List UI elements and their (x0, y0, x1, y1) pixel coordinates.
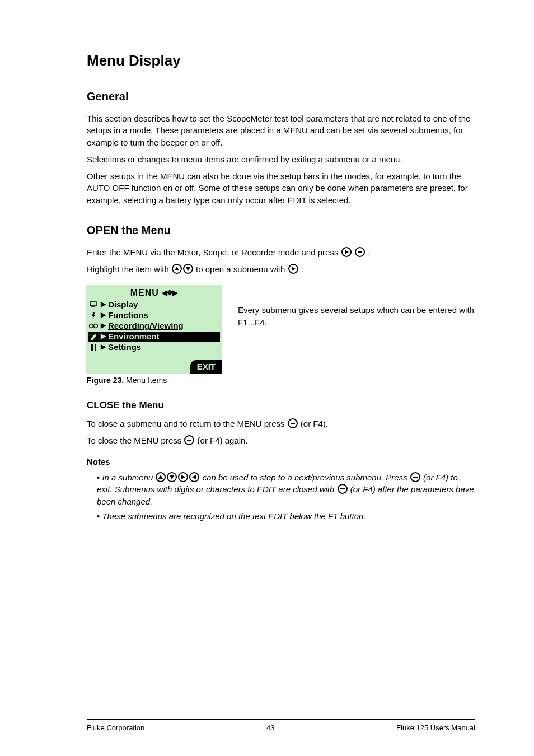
footer-left: Fluke Corporation (87, 723, 144, 734)
open-p1-b: . (368, 248, 370, 257)
exit-button[interactable]: EXIT (190, 360, 222, 374)
footer-right: Fluke 125 Users Manual (396, 723, 475, 734)
note-1: In a submenu can be used to step to a ne… (97, 472, 475, 508)
close-p2-a: To close the MENU press (87, 436, 184, 445)
close-p1-b: (or F4). (301, 419, 328, 428)
enter-icon (410, 472, 420, 482)
right-icon (288, 264, 298, 274)
menu-lead-c: : (301, 264, 303, 274)
page-footer: Fluke Corporation 43 Fluke 125 Users Man… (87, 719, 475, 734)
general-p1: This section describes how to set the Sc… (87, 113, 475, 149)
open-menu-lead: Highlight the item with to open a submen… (87, 263, 475, 276)
svg-marker-7 (92, 312, 96, 319)
lcd-list: ▶ Display ▶ Functions ▶ Recording/Viewin… (86, 300, 222, 353)
enter-icon (288, 418, 298, 428)
lcd-title-text: MENU (130, 288, 159, 297)
svg-marker-17 (170, 475, 174, 479)
figure-caption-text: Menu Items (124, 376, 167, 385)
display-icon (89, 301, 99, 308)
svg-rect-1 (358, 251, 362, 253)
svg-marker-4 (292, 267, 296, 271)
svg-marker-16 (158, 475, 163, 479)
triangle-icon: ▶ (101, 321, 106, 330)
svg-rect-14 (291, 423, 295, 424)
triangle-icon: ▶ (101, 300, 106, 309)
right-icon (178, 472, 188, 482)
notes-title: Notes (87, 456, 475, 468)
note-2-a-inline: Submenus with digits or characters to ED… (115, 484, 337, 494)
note-2: These submenus are recognized on the tex… (97, 510, 475, 522)
enter-icon (355, 247, 365, 257)
svg-rect-15 (187, 440, 191, 441)
svg-marker-18 (181, 475, 185, 479)
svg-rect-13 (91, 344, 93, 346)
svg-point-8 (90, 324, 93, 328)
close-p1: To close a submenu and to return to the … (87, 418, 475, 430)
svg-rect-21 (340, 488, 345, 489)
menu-item-functions[interactable]: ▶ Functions (88, 310, 220, 321)
svg-point-9 (94, 324, 98, 328)
menu-lead-a: Highlight the item with (87, 264, 171, 274)
note-2-c: These submenus are recognized on the tex… (102, 511, 366, 521)
general-p3: Other setups in the MENU can also be don… (87, 170, 475, 207)
up-icon (156, 472, 166, 482)
right-icon (341, 247, 352, 257)
open-p1: Enter the MENU via the Meter, Scope, or … (87, 246, 475, 259)
lcd-screen: MENU ◀✥▶ ▶ Display ▶ Functions (86, 285, 222, 374)
close-p2-b: (or F4) again. (198, 436, 248, 445)
svg-rect-5 (90, 302, 96, 306)
footer-center: 43 (266, 723, 274, 734)
section-close-title: CLOSE the Menu (87, 399, 475, 413)
enter-icon (184, 435, 194, 445)
close-p1-a: To close a submenu and to return to the … (87, 419, 287, 428)
tape-icon (89, 323, 99, 329)
menu-item-environment[interactable]: ▶ Environment (88, 332, 220, 342)
enter-icon (338, 484, 348, 494)
lcd-title-arrows: ◀✥▶ (162, 288, 177, 297)
tools-icon (89, 344, 99, 351)
menu-item-label: Settings (108, 341, 141, 353)
down-icon (183, 264, 193, 274)
close-p2: To close the MENU press (or F4) again. (87, 435, 475, 447)
general-p2: Selections or changes to menu items are … (87, 153, 475, 166)
submenu-text: Every submenu gives several setups which… (238, 285, 475, 329)
svg-marker-3 (186, 267, 190, 271)
notes-list: In a submenu can be used to step to a ne… (87, 472, 475, 522)
triangle-icon: ▶ (101, 310, 106, 320)
figure-caption: Figure 23. Menu Items (87, 375, 222, 386)
svg-rect-20 (413, 477, 418, 478)
open-p1-a: Enter the MENU via the Meter, Scope, or … (87, 248, 341, 257)
triangle-icon: ▶ (101, 332, 106, 341)
menu-item-settings[interactable]: ▶ Settings (88, 342, 220, 353)
menu-lead-b: to open a submenu with (196, 264, 287, 274)
note-1-b: can be used to step to a next/previous s… (203, 473, 410, 482)
bolt-icon (89, 312, 99, 319)
page-title: Menu Display (87, 50, 475, 72)
svg-marker-19 (192, 475, 196, 479)
figure-row: MENU ◀✥▶ ▶ Display ▶ Functions (87, 285, 475, 386)
probe-icon (89, 333, 99, 340)
note-1-a: In a submenu (102, 473, 155, 482)
down-icon (167, 472, 177, 482)
triangle-icon: ▶ (101, 342, 106, 352)
section-open-title: OPEN the Menu (87, 222, 475, 239)
up-icon (172, 264, 182, 274)
svg-marker-2 (175, 267, 179, 270)
svg-rect-12 (95, 344, 96, 351)
figure-label: Figure 23. (87, 376, 124, 385)
lcd-title: MENU ◀✥▶ (86, 285, 222, 299)
menu-item-display[interactable]: ▶ Display (88, 300, 220, 310)
left-icon (189, 472, 199, 482)
section-general-title: General (87, 88, 475, 105)
svg-marker-0 (345, 250, 349, 254)
menu-item-recording[interactable]: ▶ Recording/Viewing (88, 321, 220, 332)
